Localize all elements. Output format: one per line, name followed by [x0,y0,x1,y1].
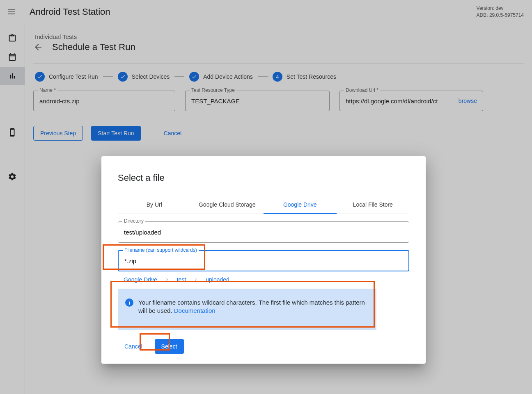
directory-input[interactable] [124,229,403,236]
source-tabs: By Url Google Cloud Storage Google Drive… [118,196,409,214]
crumb-google-drive[interactable]: Google Drive [124,276,157,283]
info-icon: i [125,298,133,307]
tab-local-file[interactable]: Local File Store [337,196,410,214]
tab-by-url[interactable]: By Url [118,196,191,214]
directory-label: Directory [122,218,145,224]
crumb-test[interactable]: test [177,276,186,283]
dialog-actions: Cancel Select [118,339,409,354]
dialog-select-button[interactable]: Select [155,339,184,354]
chevron-right-icon [193,277,198,282]
info-box: i Your filename contains wildcard charac… [118,289,376,330]
filename-label: Filename (can support wildcards) [123,247,199,253]
path-crumbs: Google Drive test uploaded [118,276,409,283]
select-file-dialog: Select a file By Url Google Cloud Storag… [101,156,426,364]
documentation-link[interactable]: Documentation [174,307,216,314]
filename-field[interactable]: Filename (can support wildcards) [118,250,409,271]
dialog-cancel-button[interactable]: Cancel [118,339,149,354]
tab-google-drive[interactable]: Google Drive [264,196,337,214]
info-text: Your filename contains wildcard characte… [138,298,369,315]
dialog-title: Select a file [118,173,409,183]
filename-input[interactable] [124,257,403,264]
chevron-right-icon [165,277,170,282]
directory-field[interactable]: Directory [118,221,409,243]
crumb-uploaded[interactable]: uploaded [206,276,229,283]
tab-gcs[interactable]: Google Cloud Storage [191,196,264,214]
